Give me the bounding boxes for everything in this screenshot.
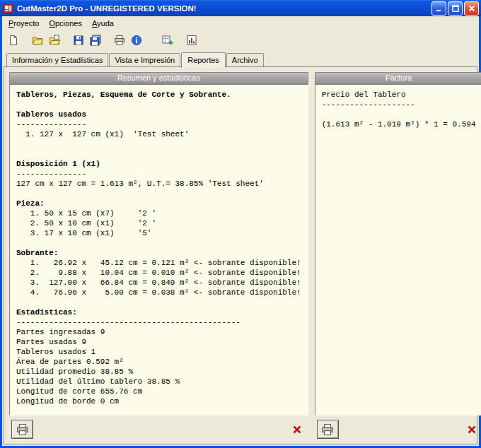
open-folder-button[interactable] [46,32,63,49]
close-icon [292,425,302,435]
new-document-icon [8,35,19,46]
report-line: Estadísticas: [16,307,301,317]
menu-proyecto[interactable]: Proyecto [4,17,44,30]
maximize-icon [451,4,460,13]
print-summary-button[interactable] [11,420,33,439]
report-line: Longitud de corte 655.76 cm [16,387,301,396]
report-line: 3. 127.00 x 66.84 cm = 0.849 m² <- sobra… [16,278,301,288]
summary-panel: Resumen y estadísticas Tableros, Piezas,… [9,72,308,441]
report-line: Longitud de borde 0 cm [16,396,301,406]
report-line: Precio del Tablero [322,90,476,100]
toolbar [2,30,479,50]
close-icon [467,425,477,435]
report-line [16,297,301,307]
report-line [16,149,301,159]
minimize-icon [435,4,444,13]
report-line [16,100,301,110]
save-copy-icon [90,35,101,46]
summary-panel-footer [9,415,308,441]
export-add-icon [162,35,173,46]
report-line: (1.613 m² - 1.019 m²) * 1 = 0.594 [322,119,476,129]
export-pieces-button[interactable] [159,32,176,49]
report-line: 4. 76.96 x 5.00 cm = 0.038 m² <- sobrant… [16,288,301,297]
close-invoice-report-button[interactable] [463,421,481,438]
report-line: 2. 9.88 x 10.04 cm = 0.010 m² <- sobrant… [16,268,301,278]
report-line: Tableros usados 1 [16,347,301,357]
maximize-button[interactable] [448,1,463,16]
reportes-tab-content: Resumen y estadísticas Tableros, Piezas,… [4,66,477,444]
open-folder-icon [32,35,43,46]
report-line [16,189,301,199]
report-chart-icon [186,35,197,46]
app-icon [3,3,14,14]
report-line: Disposición 1 (x1) [16,159,301,169]
report-line: Pieza: [16,199,301,208]
save-copy-button[interactable] [87,32,104,49]
report-line: Utilidad del último tablero 38.85 % [16,377,301,387]
close-summary-report-button[interactable] [288,421,306,438]
close-button[interactable] [464,1,479,16]
invoice-panel-header: Factura [315,72,481,84]
about-info-button[interactable] [128,32,145,49]
report-line: 1. 127 x 127 cm (x1) 'Test sheet' [16,129,301,139]
report-line: 127 cm x 127 cm = 1.613 m², U.T.= 38.85%… [16,179,301,189]
menu-ayuda[interactable]: Ayuda [87,17,119,30]
report-view-button[interactable] [183,32,200,49]
summary-report-text: Tableros, Piezas, Esquema de Corte y Sob… [9,84,308,415]
app-window: CutMaster2D Pro - UNREGISTERED VERSION! … [0,0,481,448]
report-line: -------------------- [322,100,476,110]
report-line: Partes usadas 9 [16,337,301,347]
minimize-button[interactable] [431,1,446,16]
report-line [16,139,301,149]
report-line: Tableros, Piezas, Esquema de Corte y Sob… [16,90,301,100]
invoice-panel-footer [315,415,481,441]
report-line [322,110,476,119]
printer-icon [114,35,125,46]
report-line [16,238,301,248]
save-button[interactable] [70,32,87,49]
invoice-panel: Factura Precio del Tablero--------------… [315,72,481,441]
window-title: CutMaster2D Pro - UNREGISTERED VERSION! [17,4,430,13]
print-invoice-button[interactable] [317,420,339,439]
report-line: ----------------------------------------… [16,317,301,327]
printer-icon [321,423,334,436]
report-line: --------------- [16,119,301,129]
report-line: Sobrante: [16,248,301,258]
report-line: --------------- [16,169,301,179]
save-floppy-icon [73,35,84,46]
menu-opciones[interactable]: Opciones [44,17,86,30]
open-project-button[interactable] [29,32,46,49]
print-button[interactable] [111,32,128,49]
report-line: 1. 50 x 15 cm (x7) '2 ' [16,208,301,218]
tab-archivo[interactable]: Archivo [226,53,264,66]
tab-reportes[interactable]: Reportes [181,52,226,68]
report-line: 2. 50 x 10 cm (x1) '2 ' [16,218,301,228]
report-line: Partes ingresadas 9 [16,327,301,337]
titlebar: CutMaster2D Pro - UNREGISTERED VERSION! [0,0,481,16]
report-line: Tableros usados [16,110,301,119]
window-controls [430,1,479,16]
printer-icon [16,423,29,436]
invoice-report-text: Precio del Tablero-------------------- (… [315,84,481,415]
menubar: Proyecto Opciones Ayuda [2,16,479,30]
report-line: 1. 26.92 x 45.12 cm = 0.121 m² <- sobran… [16,258,301,268]
tab-informacion-y-estadisticas[interactable]: Información y Estadísticas [6,53,108,66]
open-folder-document-icon [49,35,60,46]
summary-panel-header: Resumen y estadísticas [9,72,308,84]
close-icon [468,4,476,13]
new-document-button[interactable] [5,32,22,49]
report-line: Utilidad promedio 38.85 % [16,367,301,377]
info-icon [131,35,142,46]
tabbar: Información y Estadísticas Vista e Impre… [6,52,477,66]
report-line: Área de partes 0.592 m² [16,357,301,367]
tab-vista-e-impresion[interactable]: Vista e Impresión [109,53,180,66]
report-line: 3. 17 x 10 cm (x1) '5' [16,228,301,238]
